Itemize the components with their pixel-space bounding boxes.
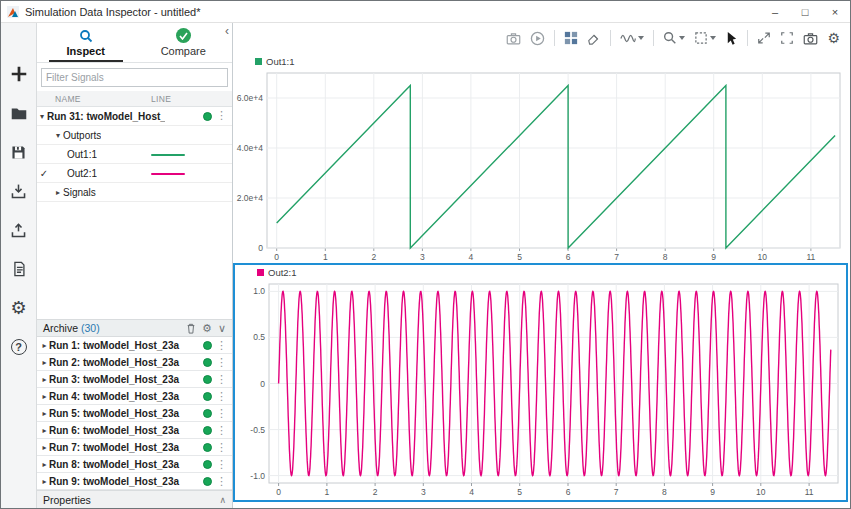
properties-expand-icon[interactable]: ∧ [219, 495, 226, 505]
archive-run-row[interactable]: ▸Run 8: twoModel_Host_23a⋮ [37, 456, 232, 473]
archive-run-row[interactable]: ▸Run 1: twoModel_Host_23a⋮ [37, 337, 232, 354]
archive-count: (30) [81, 322, 100, 334]
filter-signals-input[interactable] [41, 68, 228, 87]
svg-text:1: 1 [323, 252, 328, 262]
svg-text:8: 8 [662, 487, 667, 497]
preferences-button[interactable]: ⚙ [7, 297, 31, 319]
expand-button[interactable] [757, 31, 771, 45]
collapsed-triangle-icon[interactable]: ▸ [37, 392, 49, 401]
grid-icon [564, 31, 578, 45]
signals-row[interactable]: ▸ Signals [37, 183, 232, 202]
tab-compare[interactable]: Compare [135, 23, 233, 62]
row-menu-icon[interactable]: ⋮ [216, 475, 227, 488]
camera-button[interactable] [803, 32, 818, 45]
archive-run-row[interactable]: ▸Run 5: twoModel_Host_23a⋮ [37, 405, 232, 422]
trash-icon[interactable] [186, 323, 196, 334]
gear-icon: ⚙ [10, 299, 26, 317]
camera-icon [506, 32, 521, 45]
zoom-button[interactable] [663, 31, 685, 45]
add-button[interactable] [7, 63, 31, 85]
archive-gear-icon[interactable]: ⚙ [202, 323, 212, 334]
archive-run-row[interactable]: ▸Run 9: twoModel_Host_23a⋮ [37, 473, 232, 490]
plot-settings-button[interactable]: ⚙ [827, 31, 840, 45]
archive-run-label: Run 2: twoModel_Host_23a [49, 357, 179, 368]
signal-row-out1[interactable]: Out1:1 [37, 145, 232, 164]
archive-run-row[interactable]: ▸Run 7: twoModel_Host_23a⋮ [37, 439, 232, 456]
out2-label: Out2:1 [51, 168, 97, 179]
out1-line-sample [151, 154, 185, 156]
row-menu-icon[interactable]: ⋮ [216, 424, 227, 437]
close-button[interactable]: × [820, 1, 850, 22]
subplot-out2-selected[interactable]: Out2:1 012345678910111.00.50-0.5-1.0 [233, 263, 848, 502]
row-menu-icon[interactable]: ⋮ [216, 373, 227, 386]
save-button[interactable] [7, 141, 31, 163]
archive-run-row[interactable]: ▸Run 3: twoModel_Host_23a⋮ [37, 371, 232, 388]
archive-header[interactable]: Archive (30) ⚙ ∨ [37, 319, 232, 337]
collapse-panel-icon[interactable]: ‹ [225, 25, 229, 37]
outports-row[interactable]: ▾ Outports [37, 126, 232, 145]
archive-run-label: Run 4: twoModel_Host_23a [49, 391, 179, 402]
collapsed-triangle-icon[interactable]: ▸ [37, 341, 49, 350]
export-icon [9, 221, 28, 240]
brush-button[interactable] [587, 31, 601, 45]
run-dot [203, 375, 212, 384]
dropdown-caret-icon [679, 36, 685, 40]
row-menu-icon[interactable]: ⋮ [216, 407, 227, 420]
collapsed-triangle-icon[interactable]: ▸ [37, 426, 49, 435]
out2-plot-canvas[interactable]: 012345678910111.00.50-0.5-1.0 [235, 280, 846, 498]
archive-run-row[interactable]: ▸Run 6: twoModel_Host_23a⋮ [37, 422, 232, 439]
collapsed-triangle-icon[interactable]: ▸ [37, 358, 49, 367]
row-menu-icon[interactable]: ⋮ [216, 339, 227, 352]
import-button[interactable] [7, 180, 31, 202]
out2-checkbox[interactable]: ✓ [37, 168, 51, 179]
column-line: LINE [151, 94, 171, 104]
cursor-icon [725, 31, 738, 46]
compare-check-icon [176, 28, 191, 43]
run-menu-icon[interactable]: ⋮ [216, 109, 227, 122]
report-button[interactable] [7, 258, 31, 280]
collapsed-triangle-icon[interactable]: ▸ [53, 188, 63, 197]
collapsed-triangle-icon[interactable]: ▸ [37, 375, 49, 384]
collapsed-triangle-icon[interactable]: ▸ [37, 477, 49, 486]
svg-text:5: 5 [517, 252, 522, 262]
signal-trace-button[interactable] [620, 32, 644, 45]
archive-run-row[interactable]: ▸Run 2: twoModel_Host_23a⋮ [37, 354, 232, 371]
maximize-button[interactable]: □ [790, 1, 820, 22]
row-menu-icon[interactable]: ⋮ [216, 390, 227, 403]
dropdown-caret-icon [638, 36, 644, 40]
properties-bar[interactable]: Properties ∧ [37, 490, 232, 508]
row-menu-icon[interactable]: ⋮ [216, 356, 227, 369]
expanded-triangle-icon[interactable]: ▾ [37, 112, 47, 121]
toolbar-separator [747, 30, 748, 46]
svg-text:0: 0 [258, 243, 263, 253]
expanded-triangle-icon[interactable]: ▾ [53, 131, 63, 140]
layout-grid-button[interactable] [564, 31, 578, 45]
fullscreen-button[interactable] [780, 31, 794, 45]
run-row[interactable]: ▾ Run 31: twoModel_Host_23a[Current] ⋮ [37, 107, 232, 126]
collapsed-triangle-icon[interactable]: ▸ [37, 409, 49, 418]
signal-row-out2[interactable]: ✓ Out2:1 [37, 164, 232, 183]
collapsed-triangle-icon[interactable]: ▸ [37, 443, 49, 452]
tab-inspect-label: Inspect [66, 45, 105, 57]
row-menu-icon[interactable]: ⋮ [216, 458, 227, 471]
archive-run-label: Run 6: twoModel_Host_23a [49, 425, 179, 436]
run-dot [203, 392, 212, 401]
row-menu-icon[interactable]: ⋮ [216, 441, 227, 454]
replay-button[interactable] [530, 31, 545, 46]
collapsed-triangle-icon[interactable]: ▸ [37, 460, 49, 469]
fit-to-view-button[interactable] [694, 31, 716, 45]
archive-collapse-icon[interactable]: ∨ [218, 323, 226, 334]
svg-text:0: 0 [260, 379, 265, 389]
archive-run-label: Run 9: twoModel_Host_23a [49, 476, 179, 487]
help-button[interactable]: ? [7, 336, 31, 358]
archive-run-row[interactable]: ▸Run 4: twoModel_Host_23a⋮ [37, 388, 232, 405]
minimize-button[interactable]: – [760, 1, 790, 22]
open-button[interactable] [7, 102, 31, 124]
pointer-button[interactable] [725, 31, 738, 46]
tab-inspect[interactable]: Inspect [37, 23, 135, 62]
out1-plot-canvas[interactable]: 0123456789101102.0e+44.0e+46.0e+4 [233, 69, 848, 263]
export-button[interactable] [7, 219, 31, 241]
snapshot-button[interactable] [506, 32, 521, 45]
subplot-out1[interactable]: Out1:1 0123456789101102.0e+44.0e+46.0e+4 [233, 53, 848, 263]
app-icon [7, 6, 19, 18]
